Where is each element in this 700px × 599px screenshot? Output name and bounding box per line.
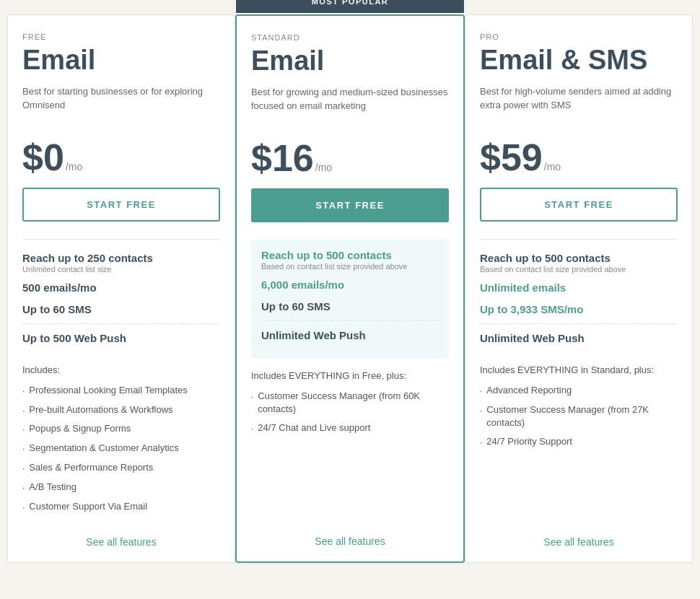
pricing-container: FREEEmailBest for starting businesses or… [7, 14, 693, 563]
feature-bullet-standard-1: · [251, 423, 253, 435]
stat-main-free-2: Up to 60 SMS [22, 302, 220, 317]
stat-item-free-2: Up to 60 SMS [22, 302, 220, 325]
feature-text-free-4: Sales & Performance Reports [29, 461, 153, 474]
feature-bullet-free-2: · [22, 424, 25, 436]
plan-name-standard: Email [251, 46, 449, 76]
see-all-features-link-standard[interactable]: See all features [251, 521, 449, 547]
most-popular-badge: MOST POPULAR [236, 0, 464, 13]
stat-main-pro-2: Up to 3,933 SMS/mo [480, 302, 678, 317]
feature-bullet-standard-0: · [251, 391, 253, 403]
see-all-features-link-pro[interactable]: See all features [480, 522, 678, 548]
feature-bullet-free-1: · [22, 405, 25, 417]
feature-item-free-6: · Customer Support Via Email [22, 500, 220, 514]
feature-text-standard-0: Customer Success Manager (from 60K conta… [258, 390, 449, 416]
featured-stats-standard: Reach up to 500 contactsBased on contact… [251, 240, 449, 359]
stat-item-free-1: 500 emails/mo [22, 281, 220, 295]
stat-item-free-0: Reach up to 250 contactsUnlimited contac… [22, 251, 220, 274]
feature-item-pro-2: · 24/7 Priority Support [480, 435, 678, 449]
plan-name-free: Email [22, 45, 220, 76]
feature-bullet-free-0: · [22, 385, 25, 398]
plan-description-pro: Best for high-volume senders aimed at ad… [480, 84, 678, 124]
feature-bullet-pro-2: · [480, 437, 482, 449]
plan-stats-free: Reach up to 250 contactsUnlimited contac… [22, 239, 220, 353]
stat-sub-pro-0: Based on contact list size provided abov… [480, 265, 678, 274]
feature-item-standard-1: · 24/7 Chat and Live support [251, 421, 449, 435]
stat-sub-standard-0: Based on contact list size provided abov… [261, 262, 439, 271]
plan-tier-free: FREE [22, 32, 220, 41]
feature-bullet-free-4: · [22, 463, 25, 475]
feature-item-free-0: · Professional Looking Email Templates [22, 384, 220, 398]
feature-item-free-4: · Sales & Performance Reports [22, 461, 220, 475]
feature-item-standard-0: · Customer Success Manager (from 60K con… [251, 390, 449, 416]
feature-item-free-3: · Segmentation & Customer Analytics [22, 442, 220, 455]
plan-card-free: FREEEmailBest for starting businesses or… [7, 14, 235, 563]
plan-tier-pro: PRO [480, 32, 678, 41]
plan-tier-standard: STANDARD [251, 33, 449, 42]
plan-features-pro: Includes EVERYTHING in Standard, plus: ·… [480, 364, 678, 522]
stat-main-standard-3: Unlimited Web Push [261, 328, 439, 343]
price-amount-standard: $16 [251, 139, 314, 177]
plan-card-standard: MOST POPULARSTANDARDEmailBest for growin… [235, 14, 465, 563]
feature-text-pro-1: Customer Success Manager (from 27K conta… [486, 403, 678, 429]
start-free-button-standard[interactable]: START FREE [251, 188, 449, 222]
feature-item-free-1: · Pre-built Automations & Workflows [22, 403, 220, 417]
feature-text-pro-0: Advanced Reporting [486, 384, 572, 397]
stat-main-free-1: 500 emails/mo [22, 281, 220, 295]
stat-main-pro-1: Unlimited emails [480, 281, 678, 295]
stat-item-pro-2: Up to 3,933 SMS/mo [480, 302, 678, 325]
feature-item-pro-1: · Customer Success Manager (from 27K con… [480, 403, 678, 429]
plan-stats-pro: Reach up to 500 contactsBased on contact… [480, 239, 678, 353]
start-free-button-free[interactable]: START FREE [22, 188, 220, 222]
plan-price-free: $0 /mo [22, 139, 220, 176]
feature-item-pro-0: · Advanced Reporting [480, 384, 678, 398]
feature-item-free-2: · Popups & Signup Forms [22, 422, 220, 436]
start-free-button-pro[interactable]: START FREE [480, 188, 678, 222]
stat-main-standard-1: 6,000 emails/mo [261, 278, 439, 292]
price-period-free: /mo [66, 161, 82, 172]
price-period-pro: /mo [544, 161, 561, 172]
feature-text-pro-2: 24/7 Priority Support [486, 435, 572, 448]
feature-text-free-5: A/B Testing [29, 481, 76, 494]
plan-price-pro: $59 /mo [480, 139, 678, 176]
price-amount-free: $0 [22, 139, 64, 176]
stat-item-pro-0: Reach up to 500 contactsBased on contact… [480, 251, 678, 274]
stat-item-standard-2: Up to 60 SMS [261, 300, 439, 322]
stat-item-standard-3: Unlimited Web Push [261, 328, 439, 343]
features-title-free: Includes: [22, 364, 220, 375]
feature-text-free-6: Customer Support Via Email [29, 500, 147, 513]
stat-item-standard-1: 6,000 emails/mo [261, 278, 439, 292]
features-title-pro: Includes EVERYTHING in Standard, plus: [480, 364, 678, 375]
stat-main-free-3: Up to 500 Web Push [22, 331, 220, 346]
feature-bullet-free-5: · [22, 482, 25, 494]
features-title-standard: Includes EVERYTHING in Free, plus: [251, 370, 449, 381]
feature-text-free-1: Pre-built Automations & Workflows [29, 403, 172, 416]
feature-text-free-0: Professional Looking Email Templates [29, 384, 187, 397]
feature-item-free-5: · A/B Testing [22, 481, 220, 494]
stat-item-pro-3: Unlimited Web Push [480, 331, 678, 346]
feature-bullet-pro-1: · [480, 405, 482, 417]
stat-item-pro-1: Unlimited emails [480, 281, 678, 295]
stat-item-free-3: Up to 500 Web Push [22, 331, 220, 346]
stat-sub-free-0: Unlimited contact list size [22, 265, 220, 274]
stat-main-pro-3: Unlimited Web Push [480, 331, 678, 346]
stat-main-standard-0: Reach up to 500 contacts [261, 248, 439, 263]
plan-description-standard: Best for growing and medium-sized busine… [251, 85, 449, 125]
stat-main-free-0: Reach up to 250 contacts [22, 251, 220, 266]
plan-card-pro: PROEmail & SMSBest for high-volume sende… [465, 14, 693, 563]
plan-features-standard: Includes EVERYTHING in Free, plus: · Cus… [251, 370, 449, 521]
plan-features-free: Includes: · Professional Looking Email T… [22, 364, 220, 522]
feature-bullet-pro-0: · [480, 385, 482, 398]
plan-name-pro: Email & SMS [480, 45, 678, 76]
price-amount-pro: $59 [480, 139, 543, 176]
stat-main-standard-2: Up to 60 SMS [261, 300, 439, 314]
stat-main-pro-0: Reach up to 500 contacts [480, 251, 678, 266]
feature-text-free-3: Segmentation & Customer Analytics [29, 442, 178, 455]
plan-price-standard: $16 /mo [251, 139, 449, 177]
feature-text-free-2: Popups & Signup Forms [29, 422, 131, 435]
price-period-standard: /mo [315, 162, 332, 173]
stat-item-standard-0: Reach up to 500 contactsBased on contact… [261, 248, 439, 271]
feature-bullet-free-3: · [22, 443, 25, 455]
plan-description-free: Best for starting businesses or for expl… [22, 84, 220, 124]
see-all-features-link-free[interactable]: See all features [22, 522, 220, 548]
feature-text-standard-1: 24/7 Chat and Live support [258, 421, 370, 434]
